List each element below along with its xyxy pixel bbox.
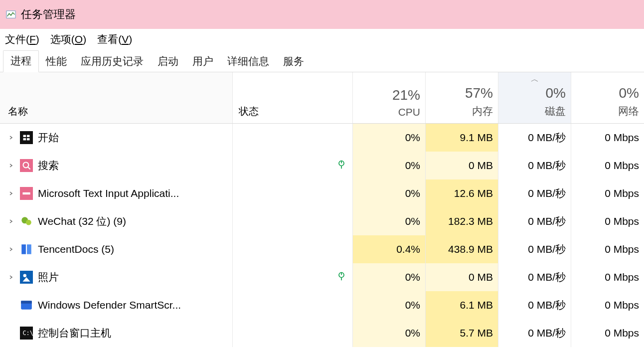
process-status-cell: [233, 319, 353, 347]
process-cpu-cell: 0%: [353, 291, 426, 319]
column-header-memory[interactable]: 57% 内存: [426, 72, 498, 123]
column-header-name[interactable]: 名称: [0, 72, 233, 123]
process-cpu-cell: 0%: [353, 263, 426, 291]
process-status-cell: [233, 263, 353, 291]
sort-asc-icon: ︿: [531, 74, 539, 85]
leaf-suspended-icon: [336, 271, 346, 284]
process-network-cell: 0 Mbps: [571, 263, 644, 291]
process-status-cell: [233, 291, 353, 319]
photos-icon: [20, 271, 33, 284]
process-list: 开始0%9.1 MB0 MB/秒0 Mbps搜索0%0 MB0 MB/秒0 Mb…: [0, 124, 644, 347]
task-manager-icon: [5, 8, 17, 20]
process-row[interactable]: 开始0%9.1 MB0 MB/秒0 Mbps: [0, 124, 644, 152]
process-status-cell: [233, 179, 353, 207]
process-name-cell[interactable]: TencentDocs (5): [0, 235, 233, 263]
process-cpu-cell: 0%: [353, 152, 426, 179]
process-row[interactable]: WeChat (32 位) (9)0%182.3 MB0 MB/秒0 Mbps: [0, 207, 644, 235]
menu-file[interactable]: 文件(F): [3, 30, 41, 48]
process-name-label: WeChat (32 位) (9): [38, 214, 126, 228]
process-network-cell: 0 Mbps: [571, 291, 644, 319]
menu-options[interactable]: 选项(O): [48, 30, 88, 48]
process-name-label: 搜索: [38, 159, 59, 173]
process-network-cell: 0 Mbps: [571, 152, 644, 179]
process-name-label: 控制台窗口主机: [38, 326, 111, 340]
expand-chevron-icon[interactable]: [7, 191, 15, 196]
tab-processes[interactable]: 进程: [3, 50, 39, 72]
process-cpu-cell: 0%: [353, 319, 426, 347]
process-memory-cell: 438.9 MB: [426, 235, 498, 263]
process-name-cell[interactable]: Windows Defender SmartScr...: [0, 291, 233, 319]
process-cpu-cell: 0%: [353, 179, 426, 207]
process-name-cell[interactable]: 开始: [0, 124, 233, 152]
process-name-label: TencentDocs (5): [38, 243, 114, 255]
column-header-cpu[interactable]: 21% CPU: [353, 72, 426, 123]
process-memory-cell: 0 MB: [426, 152, 498, 179]
expand-chevron-icon[interactable]: [7, 247, 15, 252]
tab-strip: 进程 性能 应用历史记录 启动 用户 详细信息 服务: [0, 50, 644, 72]
process-name-label: Microsoft Text Input Applicati...: [38, 187, 179, 199]
process-disk-cell: 0 MB/秒: [498, 179, 571, 207]
process-memory-cell: 9.1 MB: [426, 124, 498, 152]
process-row[interactable]: TencentDocs (5)0.4%438.9 MB0 MB/秒0 Mbps: [0, 235, 644, 263]
expand-chevron-icon[interactable]: [7, 275, 15, 280]
process-row[interactable]: 照片0%0 MB0 MB/秒0 Mbps: [0, 263, 644, 291]
process-memory-cell: 6.1 MB: [426, 291, 498, 319]
process-disk-cell: 0 MB/秒: [498, 235, 571, 263]
tab-app-history[interactable]: 应用历史记录: [74, 51, 151, 72]
tab-details[interactable]: 详细信息: [220, 51, 276, 72]
process-network-cell: 0 Mbps: [571, 207, 644, 235]
process-status-cell: [233, 207, 353, 235]
process-cpu-cell: 0.4%: [353, 235, 426, 263]
window-title: 任务管理器: [21, 7, 76, 22]
expand-chevron-icon[interactable]: [7, 163, 15, 168]
leaf-suspended-icon: [336, 160, 346, 172]
process-row[interactable]: Windows Defender SmartScr...0%6.1 MB0 MB…: [0, 291, 644, 319]
process-status-cell: [233, 152, 353, 179]
process-name-cell[interactable]: Microsoft Text Input Applicati...: [0, 179, 233, 207]
start-icon: [20, 131, 33, 144]
tab-startup[interactable]: 启动: [151, 51, 185, 72]
process-name-label: 开始: [38, 131, 59, 145]
process-name-cell[interactable]: 照片: [0, 263, 233, 291]
process-name-cell[interactable]: WeChat (32 位) (9): [0, 207, 233, 235]
text-input-icon: [20, 187, 33, 200]
process-cpu-cell: 0%: [353, 124, 426, 152]
defender-icon: [20, 299, 33, 312]
console-icon: [20, 327, 33, 340]
process-row[interactable]: Microsoft Text Input Applicati...0%12.6 …: [0, 179, 644, 207]
title-bar: 任务管理器: [0, 0, 644, 29]
process-disk-cell: 0 MB/秒: [498, 263, 571, 291]
column-header-disk[interactable]: ︿ 0% 磁盘: [498, 72, 571, 123]
tencent-docs-icon: [20, 243, 33, 256]
process-disk-cell: 0 MB/秒: [498, 291, 571, 319]
tab-performance[interactable]: 性能: [39, 51, 74, 72]
process-name-label: Windows Defender SmartScr...: [38, 299, 181, 311]
expand-chevron-icon[interactable]: [7, 219, 15, 224]
process-network-cell: 0 Mbps: [571, 319, 644, 347]
process-status-cell: [233, 235, 353, 263]
process-memory-cell: 12.6 MB: [426, 179, 498, 207]
column-header-status[interactable]: 状态: [233, 72, 353, 123]
process-row[interactable]: 控制台窗口主机0%5.7 MB0 MB/秒0 Mbps: [0, 319, 644, 347]
process-name-label: 照片: [38, 270, 59, 284]
process-disk-cell: 0 MB/秒: [498, 319, 571, 347]
process-cpu-cell: 0%: [353, 207, 426, 235]
column-header-row: 名称 状态 21% CPU 57% 内存 ︿ 0% 磁盘 0% 网络: [0, 72, 644, 124]
process-memory-cell: 182.3 MB: [426, 207, 498, 235]
process-network-cell: 0 Mbps: [571, 179, 644, 207]
process-network-cell: 0 Mbps: [571, 124, 644, 152]
process-disk-cell: 0 MB/秒: [498, 152, 571, 179]
tab-users[interactable]: 用户: [185, 51, 220, 72]
process-name-cell[interactable]: 控制台窗口主机: [0, 319, 233, 347]
tab-services[interactable]: 服务: [276, 51, 311, 72]
process-memory-cell: 5.7 MB: [426, 319, 498, 347]
expand-chevron-icon[interactable]: [7, 135, 15, 140]
process-name-cell[interactable]: 搜索: [0, 152, 233, 179]
wechat-icon: [20, 215, 33, 228]
column-header-network[interactable]: 0% 网络: [571, 72, 644, 123]
search-icon: [20, 159, 33, 172]
menu-view[interactable]: 查看(V): [95, 30, 134, 48]
process-network-cell: 0 Mbps: [571, 235, 644, 263]
menu-bar: 文件(F) 选项(O) 查看(V): [0, 29, 644, 50]
process-row[interactable]: 搜索0%0 MB0 MB/秒0 Mbps: [0, 152, 644, 179]
